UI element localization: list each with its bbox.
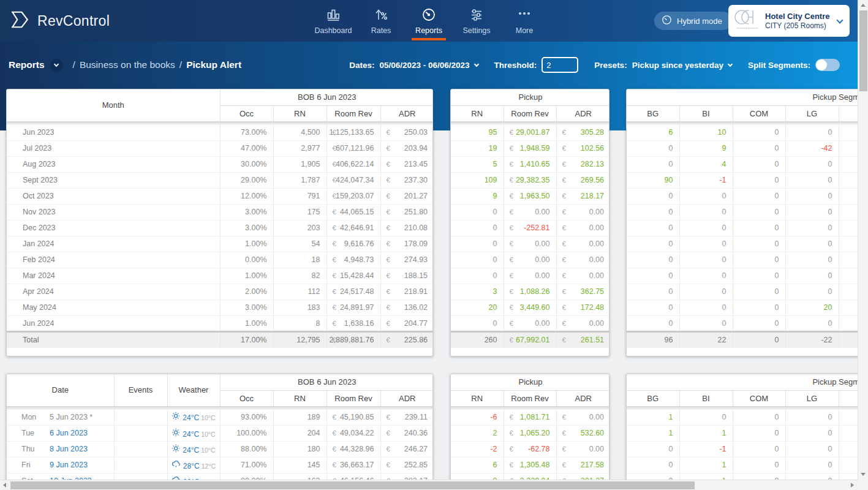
euro-symbol: € bbox=[387, 256, 390, 263]
bob-group-header: BOB 6 Jun 2023 bbox=[220, 89, 433, 105]
weather-cell: 24°C10°C bbox=[167, 425, 220, 441]
euro-symbol: € bbox=[333, 145, 336, 152]
threshold-input[interactable] bbox=[542, 57, 578, 73]
euro-symbol: € bbox=[510, 145, 513, 152]
euro-symbol: € bbox=[562, 176, 566, 184]
brand-name: RevControl bbox=[37, 13, 110, 29]
euro-symbol: € bbox=[562, 413, 566, 421]
month-label: Jun 2024 bbox=[7, 315, 220, 331]
nav-item-more[interactable]: More bbox=[500, 0, 548, 42]
dates-value: 05/06/2023 - 06/06/2023 bbox=[379, 61, 469, 70]
euro-symbol: € bbox=[333, 256, 336, 263]
day-row: Tue6 Jun 2023 24°C10°C 100.00% 204 €49,0… bbox=[7, 425, 433, 441]
chevron-down-icon bbox=[54, 61, 59, 66]
pickup-month-row: 0 €0.00€0.00 bbox=[451, 252, 609, 268]
pickup-month-row: 0 €0.00€0.00 bbox=[451, 315, 609, 331]
euro-symbol: € bbox=[387, 272, 390, 279]
breadcrumb-reports[interactable]: Reports bbox=[9, 59, 45, 70]
day-name: Mon bbox=[21, 413, 50, 421]
weather-cell: 24°C10°C bbox=[167, 409, 220, 425]
month-label: Mar 2024 bbox=[7, 268, 220, 284]
month-row: Jun 2024 1.00% 8 €1,638.16€204.77 bbox=[7, 315, 433, 331]
sun-icon bbox=[172, 444, 180, 453]
nav-item-reports[interactable]: Reports bbox=[405, 0, 453, 42]
euro-symbol: € bbox=[333, 129, 336, 136]
scroll-up-arrow-icon[interactable] bbox=[861, 4, 866, 7]
euro-symbol: € bbox=[333, 272, 336, 279]
month-label: Feb 2024 bbox=[7, 252, 220, 268]
segments-day-row: 0-100 bbox=[627, 441, 868, 457]
month-row: Sept 2023 29.00% 1,787 €424,047.34€237.3… bbox=[7, 172, 433, 188]
horizontal-scrollbar-thumb[interactable] bbox=[10, 481, 695, 489]
euro-symbol: € bbox=[333, 461, 336, 469]
euro-symbol: € bbox=[387, 224, 390, 232]
pickup-month-row: 19 €1,948.59€102.56 bbox=[451, 140, 609, 156]
month-column-header: Month bbox=[7, 89, 220, 121]
pickup-month-row: 0 €0.00€0.00 bbox=[451, 236, 609, 252]
scroll-right-arrow-icon[interactable] bbox=[851, 483, 854, 488]
segments-month-row: 0400 bbox=[627, 156, 868, 172]
vertical-scrollbar-thumb[interactable] bbox=[859, 10, 867, 91]
segments-month-row: 0000 bbox=[627, 315, 868, 331]
hybrid-gauge-icon bbox=[662, 15, 672, 27]
pickup-day-row: -2 €-62.78€0.00 bbox=[451, 441, 609, 457]
weather-cell: 28°C12°C bbox=[167, 457, 220, 473]
split-segments-toggle[interactable] bbox=[815, 59, 840, 71]
euro-symbol: € bbox=[387, 320, 390, 327]
weather-cell: 24°C10°C bbox=[167, 441, 220, 457]
euro-symbol: € bbox=[387, 445, 390, 453]
nav-item-settings[interactable]: Settings bbox=[453, 0, 500, 42]
euro-symbol: € bbox=[333, 288, 336, 295]
euro-symbol: € bbox=[333, 176, 336, 184]
euro-symbol: € bbox=[387, 129, 390, 136]
vertical-scrollbar[interactable] bbox=[858, 0, 868, 480]
main-nav: Dashboard Rates Reports Settings More bbox=[309, 0, 548, 42]
euro-symbol: € bbox=[510, 256, 513, 263]
threshold-filter: Threshold: bbox=[494, 57, 579, 73]
month-row: Jul 2023 47.00% 2,977 €607,121.96€203.94 bbox=[7, 140, 433, 156]
day-row: Fri9 Jun 2023 28°C12°C 71.00% 145 €36,66… bbox=[7, 457, 433, 473]
segments-group-header: Pickup Segments bbox=[627, 89, 868, 105]
bob-by-day-card: Date Events Weather BOB 6 Jun 2023 Occ R… bbox=[6, 374, 433, 490]
segments-month-row: 90-100 bbox=[627, 172, 868, 188]
month-row: Nov 2023 3.00% 175 €44,065.15€251.80 bbox=[7, 204, 433, 220]
segments-month-row: 96220-22 bbox=[627, 331, 868, 347]
segments-month-row: 0000 bbox=[627, 252, 868, 268]
euro-symbol: € bbox=[510, 129, 513, 136]
bob-by-month-table: Month BOB 6 Jun 2023 Occ RN Room Rev ADR… bbox=[7, 89, 433, 348]
euro-symbol: € bbox=[333, 192, 336, 200]
breadcrumb-dropdown-button[interactable] bbox=[50, 59, 63, 72]
pickup-day-row: 6 €1,305.48€217.58 bbox=[451, 457, 609, 473]
events-cell bbox=[114, 409, 167, 425]
dates-filter[interactable]: Dates: 05/06/2023 - 06/06/2023 bbox=[349, 61, 478, 70]
month-label: Jun 2023 bbox=[7, 124, 220, 140]
segments-day-row: 1100 bbox=[627, 425, 868, 441]
day-name: Tue bbox=[21, 429, 50, 437]
scroll-left-arrow-icon[interactable] bbox=[3, 483, 6, 488]
euro-symbol: € bbox=[562, 445, 566, 453]
nav-item-dashboard[interactable]: Dashboard bbox=[309, 0, 357, 42]
nav-item-rates[interactable]: Rates bbox=[357, 0, 405, 42]
month-label: Oct 2023 bbox=[7, 188, 220, 204]
brand-logo[interactable]: RevControl bbox=[10, 9, 110, 33]
date-link[interactable]: 6 Jun 2023 bbox=[50, 429, 88, 437]
segments-month-row: 0000 bbox=[627, 236, 868, 252]
euro-symbol: € bbox=[562, 336, 566, 344]
euro-symbol: € bbox=[510, 461, 513, 469]
date-link[interactable]: 8 Jun 2023 bbox=[50, 445, 88, 453]
euro-symbol: € bbox=[333, 336, 336, 344]
scroll-down-arrow-icon[interactable] bbox=[861, 473, 866, 476]
euro-symbol: € bbox=[562, 224, 566, 232]
euro-symbol: € bbox=[510, 336, 513, 344]
euro-symbol: € bbox=[562, 192, 566, 200]
breadcrumb-section[interactable]: Business on the books bbox=[80, 59, 175, 70]
horizontal-scrollbar[interactable] bbox=[0, 480, 858, 490]
hybrid-mode-button[interactable]: Hybrid mode bbox=[654, 12, 732, 30]
euro-symbol: € bbox=[562, 240, 566, 247]
month-row: Dec 2023 3.00% 203 €42,646.91€210.08 bbox=[7, 220, 433, 236]
presets-filter[interactable]: Presets: Pickup since yesterday bbox=[594, 61, 732, 70]
hotel-selector[interactable]: Hotel City Centre CITY (205 Rooms) bbox=[728, 5, 850, 37]
month-row: May 2024 3.00% 183 €24,891.97€136.02 bbox=[7, 300, 433, 315]
date-link[interactable]: 9 Jun 2023 bbox=[50, 461, 88, 469]
euro-symbol: € bbox=[387, 336, 390, 344]
